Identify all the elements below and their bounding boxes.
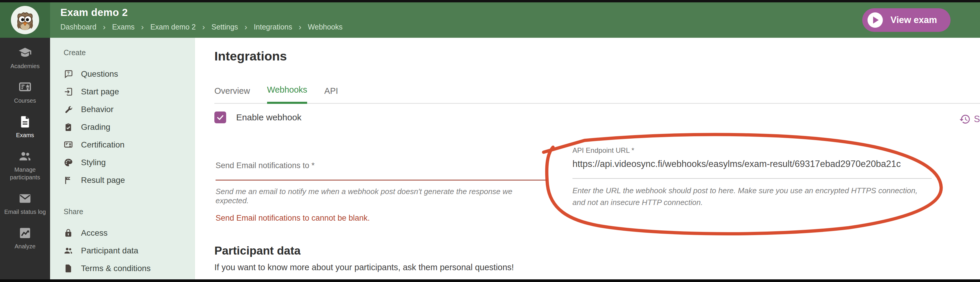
analyze-icon [18,226,32,240]
sidebar-item-label: Styling [81,158,106,167]
sidebar-item-academies[interactable]: Academies [0,46,50,70]
sidebar-item-result-page[interactable]: Result page [64,171,195,189]
sidebar-item-grading[interactable]: Grading [64,118,195,136]
history-icon [959,113,971,125]
sidebar-item-label: Behavior [81,105,114,114]
sidebar-item-label: Certification [81,140,124,149]
email-notifications-field: Send Email notifications to * Send me an… [216,161,547,223]
sidebar-item-label: Analyze [0,242,50,250]
check-icon [216,113,225,122]
result-page-icon [64,176,73,185]
participant-data-body: If you want to know more about your part… [215,263,514,272]
api-endpoint-input[interactable]: https://api.videosync.fi/webhooks/easylm… [573,159,932,169]
enable-webhook-checkbox[interactable] [215,112,226,123]
tab-webhooks[interactable]: Webhooks [267,85,307,104]
api-endpoint-underline [573,178,932,179]
academies-icon [18,46,32,59]
page-title: Exam demo 2 [60,6,342,18]
email-notifications-helper: Send me an email to notify me when a web… [216,187,547,205]
sidebar-item-courses[interactable]: Courses [0,80,50,104]
sidebar-item-participant-data[interactable]: Participant data [64,242,195,260]
email-notifications-label: Send Email notifications to * [216,161,547,170]
sidebar-item-label: Participant data [81,246,138,255]
sidebar-item-label: Courses [0,97,50,104]
app-window: Exam demo 2 Dashboard›Exams›Exam demo 2›… [0,0,980,282]
courses-icon [18,80,32,94]
email-notifications-input[interactable] [216,179,547,181]
api-endpoint-label: API Endpoint URL * [573,146,932,155]
email-status-log-icon [18,192,32,205]
sidebar-item-styling[interactable]: Styling [64,154,195,171]
history-label-partial: S [974,114,980,125]
breadcrumb: Dashboard›Exams›Exam demo 2›Settings›Int… [60,23,342,31]
breadcrumb-item-dashboard[interactable]: Dashboard [60,23,96,31]
bottom-letterbox-bar [0,279,980,282]
sidebar-item-email-status-log[interactable]: Email status log [0,192,50,216]
view-exam-button[interactable]: View exam [862,8,951,32]
sidebar-item-terms-conditions[interactable]: Terms & conditions [64,260,195,277]
primary-sidebar: AcademiesCoursesExamsManage participants… [0,38,50,279]
sidebar-item-label: Manage participants [0,166,50,181]
breadcrumb-item-integrations[interactable]: Integrations [254,23,293,31]
breadcrumb-item-exam-demo-2[interactable]: Exam demo 2 [150,23,196,31]
sidebar-item-questions[interactable]: ?Questions [64,65,195,83]
sidebar-item-access[interactable]: Access [64,224,195,242]
header-text: Exam demo 2 Dashboard›Exams›Exam demo 2›… [60,6,342,31]
sidebar-item-label: Email status log [0,208,50,216]
breadcrumb-separator: › [299,23,301,31]
svg-text:?: ? [67,71,70,75]
app-logo[interactable] [0,2,50,38]
api-endpoint-field: API Endpoint URL * https://api.videosync… [573,146,932,208]
terms-icon [64,264,73,273]
access-icon [64,228,73,238]
sidebar-item-label: Grading [81,122,110,132]
tab-api[interactable]: API [324,86,338,103]
email-notifications-error: Send Email notifications to cannot be bl… [216,213,547,223]
main-content: Integrations OverviewWebhooksAPI Enable … [195,38,980,279]
breadcrumb-item-settings[interactable]: Settings [212,23,238,31]
sidebar-item-analyze[interactable]: Analyze [0,226,50,250]
top-letterbox-bar [0,0,980,2]
breadcrumb-separator: › [244,23,247,31]
questions-icon: ? [64,69,73,79]
sidebar-item-label: Exams [0,131,50,139]
sidebar-item-label: Access [81,228,108,238]
sidebar-item-label: Start page [81,87,119,96]
breadcrumb-separator: › [141,23,144,31]
enable-webhook-row: Enable webhook [215,112,302,123]
sidebar-item-certification[interactable]: Certification [64,136,195,154]
sidebar-item-label: Result page [81,176,125,185]
sidebar-item-manage-participants[interactable]: Manage participants [0,149,50,181]
certification-icon [64,140,73,149]
sidebar-item-start-page[interactable]: Start page [64,83,195,101]
breadcrumb-item-exams[interactable]: Exams [112,23,135,31]
exam-settings-sidebar: Create?QuestionsStart pageBehaviorGradin… [50,38,195,279]
breadcrumb-item-webhooks[interactable]: Webhooks [308,23,343,31]
play-icon [867,13,883,28]
sidebar-section-share: ShareAccessParticipant dataTerms & condi… [64,207,195,277]
grading-icon [64,122,73,132]
section-title: Integrations [215,49,287,63]
history-button[interactable]: S [959,113,980,125]
sidebar-item-label: Academies [0,62,50,70]
participant-data-icon [64,246,73,255]
tab-overview[interactable]: Overview [215,86,250,103]
sidebar-item-label: Questions [81,69,118,79]
sidebar-item-behavior[interactable]: Behavior [64,101,195,118]
breadcrumb-separator: › [202,23,205,31]
header: Exam demo 2 Dashboard›Exams›Exam demo 2›… [0,2,980,38]
section-header-create: Create [64,48,195,57]
api-endpoint-helper: Enter the URL the webhook should post to… [573,185,920,208]
owl-logo-icon [11,6,39,34]
view-exam-label: View exam [891,15,937,26]
sidebar-item-exams[interactable]: Exams [0,115,50,139]
integrations-tabs: OverviewWebhooksAPI [215,76,980,104]
exams-icon [18,115,32,128]
manage-participants-icon [18,149,32,163]
section-header-share: Share [64,207,195,216]
breadcrumb-separator: › [103,23,105,31]
behavior-icon [64,105,73,114]
sidebar-section-create: Create?QuestionsStart pageBehaviorGradin… [64,48,195,189]
start-page-icon [64,87,73,96]
enable-webhook-label: Enable webhook [236,112,302,122]
